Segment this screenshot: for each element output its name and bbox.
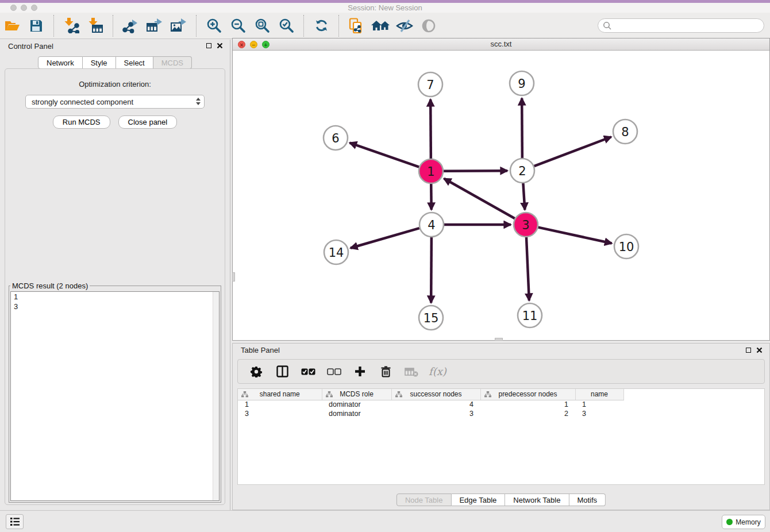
graph-node-3[interactable]: 3 [514, 213, 538, 237]
refresh-icon[interactable] [311, 16, 332, 36]
graph-node-11[interactable]: 11 [518, 303, 542, 327]
import-table-icon[interactable] [85, 16, 106, 36]
graph-node-2[interactable]: 2 [510, 159, 534, 183]
search-box[interactable] [598, 18, 764, 33]
graph-node-7[interactable]: 7 [418, 72, 442, 97]
delete-table-icon[interactable] [403, 361, 420, 382]
column-header-name[interactable]: name [575, 389, 623, 400]
column-header-MCDS-role[interactable]: MCDS role [322, 389, 391, 400]
graph-node-14[interactable]: 14 [324, 240, 348, 264]
houses-icon[interactable] [370, 16, 391, 36]
table-cell[interactable]: dominator [322, 400, 391, 409]
tab-motifs[interactable]: Motifs [569, 494, 606, 506]
graph-edge-4-14[interactable] [351, 228, 419, 248]
graph-edge-3-10[interactable] [538, 228, 611, 244]
memory-status-icon [726, 519, 733, 525]
zoom-out-icon[interactable] [228, 16, 248, 36]
tab-select[interactable]: Select [116, 56, 153, 69]
column-header-shared-name[interactable]: shared name [238, 389, 322, 400]
eye-slash-icon[interactable] [394, 16, 415, 36]
close-panel-icon[interactable] [217, 43, 223, 49]
graph-edge-1-6[interactable] [350, 143, 419, 167]
graph-edge-1-2[interactable] [444, 171, 507, 171]
window-controls[interactable] [10, 5, 37, 11]
graph-edge-3-1[interactable] [444, 179, 515, 218]
gear-icon[interactable] [248, 361, 265, 382]
minimize-window-button[interactable] [21, 5, 27, 11]
graph-edge-2-8[interactable] [534, 137, 611, 166]
tab-network-table[interactable]: Network Table [505, 494, 569, 506]
graph-edge-2-9[interactable] [522, 98, 522, 158]
column-header-successor-nodes[interactable]: successor nodes [391, 389, 480, 400]
graph-edge-2-3[interactable] [523, 183, 525, 210]
save-session-icon[interactable] [26, 16, 47, 36]
network-canvas[interactable]: 7968124314101511 [233, 51, 769, 340]
graph-edge-4-15[interactable] [431, 237, 432, 303]
graph-node-4[interactable]: 4 [419, 213, 444, 237]
table-cell[interactable]: 1 [575, 400, 623, 409]
import-network-icon[interactable] [61, 16, 82, 36]
tab-style[interactable]: Style [83, 56, 116, 69]
graph-node-15[interactable]: 15 [419, 306, 443, 330]
export-image-icon[interactable] [168, 16, 189, 36]
close-window-button[interactable] [10, 5, 17, 11]
column-header-predecessor-nodes[interactable]: predecessor nodes [480, 389, 575, 400]
table-cell[interactable]: 3 [238, 409, 322, 418]
table-cell[interactable]: 2 [480, 409, 575, 418]
deselect-all-icon[interactable] [325, 361, 342, 382]
run-mcds-button[interactable]: Run MCDS [53, 115, 110, 129]
table-cell[interactable]: 1 [238, 400, 322, 409]
function-icon[interactable]: f(x) [429, 361, 446, 382]
tab-mcds[interactable]: MCDS [153, 56, 192, 69]
float-panel-icon[interactable] [206, 43, 211, 48]
table-row[interactable]: 3dominator323 [238, 409, 623, 418]
graph-node-10[interactable]: 10 [614, 234, 638, 259]
zoom-in-icon[interactable] [203, 16, 224, 36]
table-cell[interactable]: dominator [322, 409, 391, 418]
result-scrollbar[interactable] [213, 292, 219, 500]
close-panel-button[interactable]: Close panel [118, 115, 178, 129]
mcds-result-line[interactable]: 1 [11, 292, 219, 302]
tab-edge-table[interactable]: Edge Table [451, 494, 505, 506]
network-close-button[interactable]: × [238, 41, 245, 48]
search-input[interactable] [612, 20, 764, 32]
mcds-result-list[interactable]: 13 [10, 291, 220, 501]
table-cell[interactable]: 4 [391, 400, 480, 409]
graph-edge-1-7[interactable] [430, 99, 431, 159]
columns-icon[interactable] [274, 361, 291, 382]
network-window-titlebar[interactable]: × − + scc.txt [233, 38, 769, 51]
zoom-window-button[interactable] [31, 5, 37, 11]
export-table-icon[interactable] [144, 16, 165, 36]
zoom-selected-icon[interactable] [276, 16, 297, 36]
float-panel-icon[interactable] [746, 348, 751, 353]
memory-button[interactable]: Memory [722, 515, 765, 529]
table-cell[interactable]: 3 [575, 409, 623, 418]
splitter-grip[interactable] [495, 338, 503, 341]
graph-node-9[interactable]: 9 [510, 71, 534, 95]
table-row[interactable]: 1dominator411 [238, 400, 623, 409]
eye-icon[interactable] [418, 16, 439, 36]
table-cell[interactable]: 1 [480, 400, 575, 409]
add-column-icon[interactable] [351, 361, 368, 382]
graph-node-8[interactable]: 8 [613, 119, 637, 144]
zoom-fit-icon[interactable] [252, 16, 272, 36]
delete-icon[interactable] [377, 361, 394, 382]
network-minimize-button[interactable]: − [250, 41, 257, 48]
criterion-dropdown[interactable]: strongly connected component [25, 95, 205, 109]
splitter-grip[interactable] [232, 272, 235, 282]
graph-node-6[interactable]: 6 [324, 126, 348, 150]
table-cell[interactable]: 3 [391, 409, 480, 418]
tab-network[interactable]: Network [38, 56, 83, 69]
open-session-icon[interactable] [2, 16, 22, 36]
graph-edge-3-11[interactable] [526, 237, 529, 300]
optimization-criterion-label: Optimization criterion: [5, 80, 225, 88]
network-maximize-button[interactable]: + [262, 41, 270, 48]
tab-node-table[interactable]: Node Table [396, 494, 452, 506]
graph-node-1[interactable]: 1 [419, 159, 443, 183]
export-network-icon[interactable] [120, 16, 141, 36]
duplicate-network-icon[interactable] [346, 16, 367, 36]
select-all-icon[interactable] [299, 361, 317, 382]
task-history-button[interactable] [6, 514, 24, 529]
mcds-result-line[interactable]: 3 [11, 302, 219, 311]
close-panel-icon[interactable] [756, 347, 763, 353]
